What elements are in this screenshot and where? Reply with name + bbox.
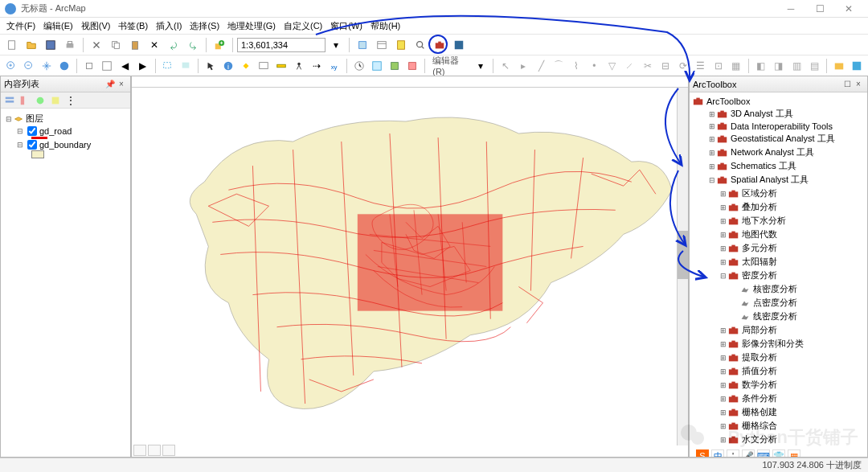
tree-toggle[interactable]: ⊞ bbox=[719, 340, 728, 348]
map-scrollbar-v[interactable] bbox=[677, 88, 688, 445]
toolbox-node[interactable]: 线密度分析 bbox=[693, 310, 864, 323]
toolbox-root[interactable]: ArcToolbox bbox=[693, 96, 864, 107]
add-data-button[interactable] bbox=[211, 36, 228, 54]
toc-options[interactable]: ⋮ bbox=[63, 93, 78, 108]
refresh-view-tab[interactable] bbox=[162, 445, 175, 456]
toolbox-node[interactable]: ⊞叠加分析 bbox=[693, 200, 864, 214]
hyperlink-button[interactable] bbox=[238, 57, 254, 75]
find-route-button[interactable]: ⇢ bbox=[309, 57, 325, 75]
tree-toggle[interactable]: ⊞ bbox=[719, 231, 728, 239]
python-button[interactable] bbox=[450, 36, 468, 54]
tree-toggle[interactable]: ⊞ bbox=[719, 203, 728, 211]
data-view-tab[interactable] bbox=[133, 445, 146, 456]
tree-toggle[interactable]: ⊞ bbox=[707, 162, 717, 170]
menu-customize[interactable]: 自定义(C) bbox=[280, 18, 326, 34]
toolbox-node[interactable]: ⊞插值分析 bbox=[693, 364, 864, 378]
tree-toggle[interactable]: ⊟ bbox=[719, 272, 728, 280]
tree-toggle[interactable]: ⊞ bbox=[719, 436, 728, 444]
tree-toggle[interactable]: ⊞ bbox=[707, 135, 717, 143]
tree-toggle[interactable]: ⊟ bbox=[707, 176, 717, 184]
minimize-button[interactable]: ─ bbox=[776, 1, 805, 17]
search-window[interactable] bbox=[849, 57, 865, 75]
toolbox-node[interactable]: ⊞Geostatistical Analyst 工具 bbox=[693, 132, 864, 146]
print-button[interactable] bbox=[61, 36, 79, 54]
close-button[interactable]: ✕ bbox=[834, 1, 863, 17]
toolbox-node[interactable]: ⊞水文分析 bbox=[693, 433, 864, 446]
tree-toggle[interactable]: ⊞ bbox=[719, 326, 728, 335]
full-extent-button[interactable] bbox=[56, 57, 72, 75]
scale-input[interactable] bbox=[237, 38, 326, 52]
toc-list-by-selection[interactable] bbox=[48, 93, 63, 108]
refresh-button[interactable] bbox=[387, 57, 403, 75]
tree-toggle[interactable]: ⊞ bbox=[719, 408, 728, 417]
toolbox-node[interactable]: 核密度分析 bbox=[693, 282, 864, 296]
toolbox-node[interactable]: ⊞多元分析 bbox=[693, 241, 864, 255]
editor-dropdown[interactable]: ▾ bbox=[473, 57, 489, 75]
toolbox-node[interactable]: ⊞栅格综合 bbox=[693, 419, 864, 433]
toolbox-node[interactable]: ⊞Schematics 工具 bbox=[693, 159, 864, 173]
scale-dropdown[interactable]: ▾ bbox=[327, 36, 345, 54]
go-to-xy-button[interactable]: xy bbox=[326, 57, 342, 75]
time-slider-button[interactable] bbox=[351, 57, 367, 75]
find-button[interactable] bbox=[291, 57, 307, 75]
toc-layer-gd-boundary[interactable]: ⊟ gd_boundary bbox=[4, 139, 127, 150]
menu-file[interactable]: 文件(F) bbox=[3, 18, 39, 34]
ime-keyboard-button[interactable]: ⌨ bbox=[757, 449, 770, 457]
pan-button[interactable] bbox=[39, 57, 55, 75]
maximize-button[interactable]: ☐ bbox=[805, 1, 834, 17]
select-pointer-button[interactable] bbox=[203, 57, 219, 75]
tree-toggle[interactable]: ⊞ bbox=[719, 244, 728, 252]
toolbox-node[interactable]: ⊞3D Analyst 工具 bbox=[693, 107, 864, 121]
tree-toggle[interactable]: ⊞ bbox=[707, 110, 717, 118]
tree-toggle[interactable]: ⊞ bbox=[707, 122, 717, 130]
toolbox-node[interactable]: ⊞数学分析 bbox=[693, 378, 864, 392]
menu-bookmarks[interactable]: 书签(B) bbox=[115, 18, 151, 34]
toolbox-node[interactable]: ⊞条件分析 bbox=[693, 392, 864, 405]
tree-toggle[interactable]: ⊞ bbox=[719, 395, 728, 403]
fixed-zoom-in-button[interactable] bbox=[81, 57, 97, 75]
tree-toggle[interactable]: ⊞ bbox=[719, 381, 728, 389]
toolbox-node[interactable]: ⊞Network Analyst 工具 bbox=[693, 146, 864, 159]
search-button[interactable] bbox=[411, 36, 429, 54]
tree-toggle[interactable]: ⊞ bbox=[719, 217, 728, 225]
menu-geoprocessing[interactable]: 地理处理(G) bbox=[224, 18, 279, 34]
cut-button[interactable] bbox=[88, 36, 105, 54]
forward-extent-button[interactable]: ▶ bbox=[134, 57, 150, 75]
tree-toggle[interactable]: ⊞ bbox=[719, 354, 728, 362]
toc-list-by-source[interactable] bbox=[18, 93, 32, 108]
arctoolbox-pin-button[interactable]: ☐ bbox=[841, 79, 853, 90]
tree-toggle[interactable]: ⊞ bbox=[719, 190, 728, 198]
toolbox-node[interactable]: ⊟Spatial Analyst 工具 bbox=[693, 173, 864, 187]
menu-selection[interactable]: 选择(S) bbox=[186, 18, 223, 34]
delete-button[interactable]: ✕ bbox=[145, 36, 163, 54]
layout-view-tab[interactable] bbox=[148, 445, 161, 456]
select-features-button[interactable] bbox=[159, 57, 175, 75]
pause-drawing-button[interactable] bbox=[404, 57, 420, 75]
ime-lang-button[interactable]: 中 bbox=[711, 449, 724, 457]
toolbox-node[interactable]: ⊞太阳辐射 bbox=[693, 255, 864, 269]
toc-layer-gd-boundary-check[interactable] bbox=[27, 140, 37, 150]
ime-punct-button[interactable]: ' bbox=[727, 449, 739, 457]
back-extent-button[interactable]: ◀ bbox=[117, 57, 133, 75]
paste-button[interactable] bbox=[126, 36, 144, 54]
toolbox-node[interactable]: ⊟密度分析 bbox=[693, 269, 864, 282]
toolbox-node[interactable]: ⊞影像分割和分类 bbox=[693, 337, 864, 351]
new-button[interactable] bbox=[3, 36, 21, 54]
create-viewer-button[interactable] bbox=[369, 57, 385, 75]
redo-button[interactable] bbox=[184, 36, 202, 54]
menu-window[interactable]: 窗口(W) bbox=[327, 18, 366, 34]
menu-view[interactable]: 视图(V) bbox=[78, 18, 114, 34]
toc-list-by-drawing[interactable] bbox=[2, 93, 17, 108]
toc-layer-gd-road[interactable]: ⊟ gd_road bbox=[4, 125, 127, 137]
zoom-out-button[interactable] bbox=[21, 57, 37, 75]
map-canvas[interactable] bbox=[132, 76, 688, 457]
toolbox-node[interactable]: ⊞提取分析 bbox=[693, 351, 864, 364]
toolbox-node[interactable]: 点密度分析 bbox=[693, 296, 864, 310]
toc-root-layers[interactable]: ⊟ 图层 bbox=[4, 112, 127, 125]
toolbox-node[interactable]: ⊞Data Interoperability Tools bbox=[693, 121, 864, 132]
toolbox-node[interactable]: ⊞区域分析 bbox=[693, 187, 864, 200]
tree-toggle[interactable]: ⊞ bbox=[719, 367, 728, 376]
table-of-contents-button[interactable] bbox=[373, 36, 391, 54]
undo-button[interactable] bbox=[165, 36, 182, 54]
toolbox-node[interactable]: ⊞栅格创建 bbox=[693, 405, 864, 419]
